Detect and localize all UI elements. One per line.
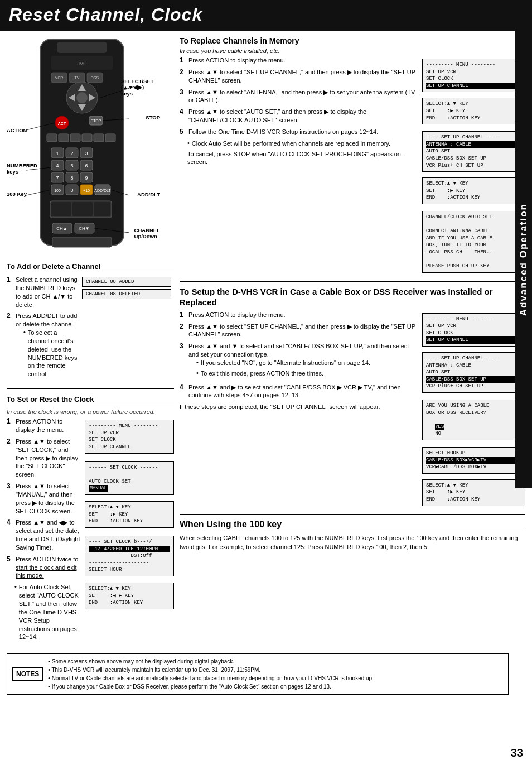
- right-column: To Replace Channels in Memory In case yo…: [180, 36, 525, 643]
- page-header: Reset Channel, Clock: [0, 0, 532, 31]
- set-clock-section: To Set or Reset the Clock In case the cl…: [7, 395, 174, 643]
- svg-rect-54: [72, 202, 93, 216]
- step-item: 5 Press ACTION twice to start the clock …: [7, 555, 81, 580]
- divider-1: [7, 388, 174, 389]
- keys-screen-2: SELECT:▲ ▼ KEY SET :▶ KEY END :ACTION KE…: [422, 177, 525, 204]
- svg-text:100: 100: [54, 189, 61, 193]
- step-item: 2 Press ▲▼ to select "SET UP CHANNEL," a…: [180, 323, 419, 339]
- svg-text:STOP: STOP: [91, 119, 101, 123]
- menu-screen-2: --------- MENU -------- SET UP VCR SET C…: [422, 59, 525, 92]
- svg-rect-53: [51, 202, 71, 216]
- hookup-screen: SELECT HOOKUP CABLE/DSS BOX▶VCR▶TV VCR▶C…: [422, 447, 525, 474]
- svg-rect-20: [47, 134, 57, 142]
- svg-rect-21: [59, 134, 69, 142]
- svg-rect-60: [52, 237, 112, 247]
- channel-deleted-screen: CHANNEL 08 DELETED: [82, 289, 171, 299]
- step-item: 3 Press ▲▼ to select "ANTENNA," and then…: [180, 88, 419, 105]
- svg-rect-25: [105, 134, 115, 142]
- step-item: 2 Press ADD/DLT to add or delete the cha…: [7, 312, 78, 381]
- svg-text:4: 4: [56, 163, 59, 169]
- step-item: 5 Follow the One Time D-VHS VCR Setup in…: [180, 128, 419, 136]
- keys-screen-1: SELECT:▲ ▼ KEY SET :▶ KEY END :ACTION KE…: [422, 98, 525, 124]
- divider-3: [180, 514, 525, 515]
- svg-text:8: 8: [70, 175, 73, 181]
- adddlt-label: ADD/DLT: [137, 191, 160, 198]
- set-clock-subtitle: In case the clock is wrong, or a power f…: [7, 408, 174, 415]
- advanced-operation-sidebar: Advanced Operation: [515, 31, 532, 488]
- step-item: 4 Press ▲▼ to select "AUTO SET," and the…: [180, 108, 419, 124]
- cable-question-screen: ARE YOU USING A CABLE BOX OR DSS RECEIVE…: [422, 400, 525, 440]
- step-item: 1 Press ACTION to display the menu.: [180, 311, 419, 319]
- notes-label: NOTES: [12, 667, 43, 681]
- step-item: 1 Press ACTION to display the menu.: [180, 56, 419, 65]
- svg-text:CH▼: CH▼: [79, 226, 89, 231]
- svg-text:VCR: VCR: [55, 76, 64, 80]
- replace-channels-subtitle: In case you have cable installed, etc.: [180, 47, 525, 54]
- select-set-label: SELECT/SET (▲▼◀▶) keys: [121, 78, 160, 97]
- set-clock-screen: ------ SET CLOCK ------ AUTO CLOCK SET M…: [85, 461, 174, 495]
- svg-text:9: 9: [85, 175, 88, 181]
- clock-datetime-screen: ---- SET CLOCK b---+/ 1/ 4/2000 TUE 12:0…: [85, 536, 174, 576]
- svg-rect-55: [94, 202, 110, 216]
- advanced-operation-label: Advanced Operation: [518, 203, 529, 316]
- when-100-text: When selecting CABLE channels 100 to 125…: [180, 533, 525, 552]
- note-item: • Some screens shown above may not be di…: [48, 657, 374, 666]
- step-item: 4 Press ▲▼ and ◀▶ to select and set the …: [7, 518, 81, 551]
- svg-text:1: 1: [56, 151, 59, 156]
- stop-label: STOP: [146, 114, 160, 121]
- svg-text:3: 3: [85, 151, 88, 156]
- step-item: 2 Press ▲▼ to select "SET UP CHANNEL," a…: [180, 68, 419, 85]
- key100-label: 100 Key: [7, 191, 27, 197]
- svg-rect-1: [57, 42, 107, 53]
- notes-text: • Some screens shown above may not be di…: [48, 657, 374, 691]
- set-clock-title: To Set or Reset the Clock: [7, 395, 174, 405]
- replace-channels-screens: --------- MENU -------- SET UP VCR SET C…: [422, 56, 525, 275]
- setup-dvhs-screens: --------- MENU -------- SET UP VCR SET C…: [422, 311, 525, 508]
- add-delete-section: To Add or Delete a Channel 1 Select a ch…: [7, 262, 174, 384]
- add-delete-steps: 1 Select a channel using the NUMBERED ke…: [7, 276, 78, 384]
- note-item: • This D-VHS VCR will accurately maintai…: [48, 666, 374, 674]
- svg-text:CH▲: CH▲: [56, 226, 67, 231]
- action-label: ACTION: [7, 127, 27, 133]
- add-delete-screens: CHANNEL 08 ADDED CHANNEL 08 DELETED: [82, 276, 174, 300]
- remote-illustration: JVC VCR TV DSS ACT: [7, 36, 157, 257]
- step-item: 4 Press ▲▼ and ▶ to select and set "CABL…: [180, 383, 419, 400]
- svg-text:DSS: DSS: [91, 76, 99, 80]
- svg-text:5: 5: [70, 163, 73, 169]
- when-100-title: When Using the 100 key: [180, 519, 525, 531]
- menu-screen-3: --------- MENU -------- SET UP VCR SET C…: [422, 313, 525, 347]
- select-keys-2: SELECT:▲ ▼ KEY SET :◀ ▶ KEY END :ACTION …: [85, 583, 174, 609]
- svg-text:2: 2: [70, 151, 73, 156]
- setup-channel-screen-1: ---- SET UP CHANNEL ---- ANTENNA : CABLE…: [422, 131, 525, 172]
- channel-clock-auto-screen: CHANNEL/CLOCK AUTO SET CONNECT ANTENNA C…: [422, 211, 525, 273]
- when-100-section: When Using the 100 key When selecting CA…: [180, 519, 525, 552]
- note-item: • Normal TV or Cable channels are automa…: [48, 674, 374, 682]
- channel-added-screen: CHANNEL 08 ADDED: [82, 277, 171, 287]
- svg-point-15: [76, 92, 88, 103]
- keys-screen-3: SELECT:▲ ▼ KEY SET :▶ KEY END :ACTION KE…: [422, 479, 525, 506]
- page-number: 33: [511, 747, 523, 759]
- step-item: 3 Press ▲▼ to select "MANUAL," and then …: [7, 482, 81, 515]
- menu-screen-1: --------- MENU -------- SET UP VCR SET C…: [85, 420, 174, 453]
- set-clock-steps: 1 Press ACTION to display the menu. 2 Pr…: [7, 417, 81, 643]
- svg-text:6: 6: [85, 163, 88, 169]
- setup-dvhs-title: To Setup the D-VHS VCR in Case a Cable B…: [180, 286, 525, 308]
- divider-2: [180, 281, 525, 282]
- svg-text:TV: TV: [75, 76, 80, 80]
- setup-dvhs-section: To Setup the D-VHS VCR in Case a Cable B…: [180, 286, 525, 508]
- svg-text:ACT: ACT: [58, 122, 66, 126]
- remote-svg: JVC VCR TV DSS ACT: [7, 36, 157, 257]
- svg-rect-23: [82, 134, 92, 142]
- note-item: • If you change your Cable Box or DSS Re…: [48, 682, 374, 691]
- step-item: 1 Select a channel using the NUMBERED ke…: [7, 276, 78, 309]
- replace-channels-section: To Replace Channels in Memory In case yo…: [180, 36, 525, 275]
- step-item: 1 Press ACTION to display the menu.: [7, 417, 81, 434]
- add-delete-title: To Add or Delete a Channel: [7, 262, 174, 272]
- left-column: JVC VCR TV DSS ACT: [7, 36, 174, 643]
- set-clock-screens: --------- MENU -------- SET UP VCR SET C…: [85, 417, 174, 612]
- step-item: 3 Press ▲▼ and ▼ to select and set "CABL…: [180, 342, 419, 379]
- step-item: 2 Press ▲▼ to select "SET CLOCK," and th…: [7, 437, 81, 479]
- channel-label: CHANNEL Up/Down: [134, 227, 160, 239]
- setup-channel-screen-2: ---- SET UP CHANNEL ---- ANTENNA : CABLE…: [422, 352, 525, 393]
- setup-dvhs-steps: 1 Press ACTION to display the menu. 2 Pr…: [180, 311, 419, 411]
